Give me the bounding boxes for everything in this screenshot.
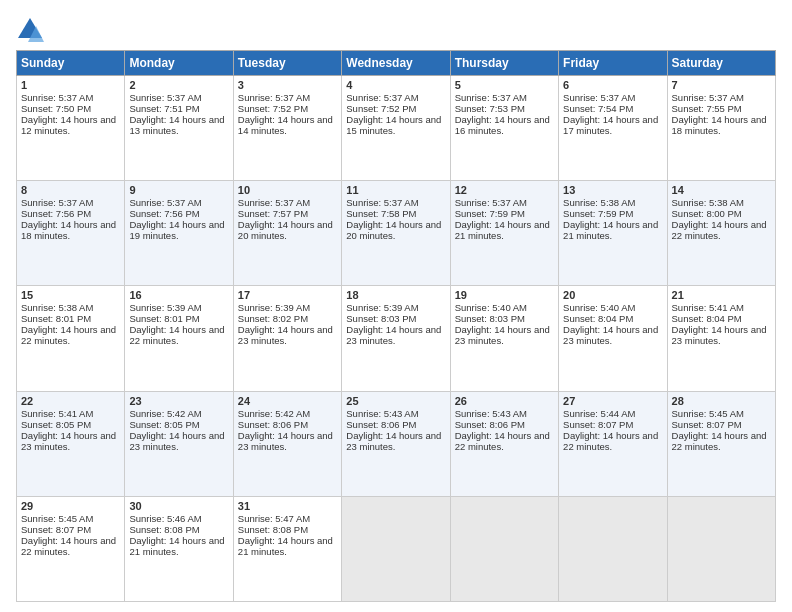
calendar-cell: 26Sunrise: 5:43 AMSunset: 8:06 PMDayligh… (450, 391, 558, 496)
day-number: 31 (238, 500, 337, 512)
day-number: 18 (346, 289, 445, 301)
sunset-label: Sunset: 8:03 PM (346, 313, 416, 324)
calendar-week-row: 1Sunrise: 5:37 AMSunset: 7:50 PMDaylight… (17, 76, 776, 181)
sunrise-label: Sunrise: 5:40 AM (455, 302, 527, 313)
day-number: 21 (672, 289, 771, 301)
logo-icon (16, 16, 44, 44)
sunset-label: Sunset: 7:52 PM (346, 103, 416, 114)
calendar-cell (450, 496, 558, 601)
sunrise-label: Sunrise: 5:37 AM (238, 92, 310, 103)
day-number: 1 (21, 79, 120, 91)
sunset-label: Sunset: 8:06 PM (346, 419, 416, 430)
sunrise-label: Sunrise: 5:37 AM (129, 92, 201, 103)
calendar-cell: 19Sunrise: 5:40 AMSunset: 8:03 PMDayligh… (450, 286, 558, 391)
calendar-cell: 8Sunrise: 5:37 AMSunset: 7:56 PMDaylight… (17, 181, 125, 286)
sunset-label: Sunset: 7:59 PM (455, 208, 525, 219)
calendar-cell: 12Sunrise: 5:37 AMSunset: 7:59 PMDayligh… (450, 181, 558, 286)
sunrise-label: Sunrise: 5:44 AM (563, 408, 635, 419)
sunrise-label: Sunrise: 5:41 AM (672, 302, 744, 313)
day-number: 16 (129, 289, 228, 301)
sunset-label: Sunset: 8:01 PM (129, 313, 199, 324)
daylight-label: Daylight: 14 hours and 20 minutes. (238, 219, 333, 241)
day-number: 4 (346, 79, 445, 91)
sunrise-label: Sunrise: 5:38 AM (21, 302, 93, 313)
daylight-label: Daylight: 14 hours and 21 minutes. (238, 535, 333, 557)
calendar-cell (559, 496, 667, 601)
daylight-label: Daylight: 14 hours and 14 minutes. (238, 114, 333, 136)
calendar-cell: 5Sunrise: 5:37 AMSunset: 7:53 PMDaylight… (450, 76, 558, 181)
calendar-cell: 23Sunrise: 5:42 AMSunset: 8:05 PMDayligh… (125, 391, 233, 496)
day-number: 25 (346, 395, 445, 407)
sunrise-label: Sunrise: 5:41 AM (21, 408, 93, 419)
sunset-label: Sunset: 7:59 PM (563, 208, 633, 219)
sunrise-label: Sunrise: 5:45 AM (21, 513, 93, 524)
sunrise-label: Sunrise: 5:37 AM (238, 197, 310, 208)
weekday-header: Friday (559, 51, 667, 76)
sunrise-label: Sunrise: 5:39 AM (346, 302, 418, 313)
weekday-header: Sunday (17, 51, 125, 76)
weekday-header: Saturday (667, 51, 775, 76)
calendar-cell: 3Sunrise: 5:37 AMSunset: 7:52 PMDaylight… (233, 76, 341, 181)
sunrise-label: Sunrise: 5:37 AM (129, 197, 201, 208)
day-number: 24 (238, 395, 337, 407)
calendar: SundayMondayTuesdayWednesdayThursdayFrid… (16, 50, 776, 602)
daylight-label: Daylight: 14 hours and 12 minutes. (21, 114, 116, 136)
calendar-cell: 10Sunrise: 5:37 AMSunset: 7:57 PMDayligh… (233, 181, 341, 286)
daylight-label: Daylight: 14 hours and 18 minutes. (672, 114, 767, 136)
sunset-label: Sunset: 8:01 PM (21, 313, 91, 324)
calendar-cell: 25Sunrise: 5:43 AMSunset: 8:06 PMDayligh… (342, 391, 450, 496)
daylight-label: Daylight: 14 hours and 23 minutes. (563, 324, 658, 346)
sunrise-label: Sunrise: 5:47 AM (238, 513, 310, 524)
calendar-cell: 9Sunrise: 5:37 AMSunset: 7:56 PMDaylight… (125, 181, 233, 286)
sunrise-label: Sunrise: 5:42 AM (129, 408, 201, 419)
day-number: 11 (346, 184, 445, 196)
sunrise-label: Sunrise: 5:37 AM (21, 92, 93, 103)
sunset-label: Sunset: 8:02 PM (238, 313, 308, 324)
calendar-cell: 2Sunrise: 5:37 AMSunset: 7:51 PMDaylight… (125, 76, 233, 181)
sunrise-label: Sunrise: 5:38 AM (563, 197, 635, 208)
sunset-label: Sunset: 8:08 PM (129, 524, 199, 535)
calendar-header-row: SundayMondayTuesdayWednesdayThursdayFrid… (17, 51, 776, 76)
sunset-label: Sunset: 8:00 PM (672, 208, 742, 219)
sunrise-label: Sunrise: 5:37 AM (563, 92, 635, 103)
daylight-label: Daylight: 14 hours and 21 minutes. (129, 535, 224, 557)
sunrise-label: Sunrise: 5:37 AM (672, 92, 744, 103)
sunrise-label: Sunrise: 5:39 AM (238, 302, 310, 313)
calendar-cell: 28Sunrise: 5:45 AMSunset: 8:07 PMDayligh… (667, 391, 775, 496)
daylight-label: Daylight: 14 hours and 23 minutes. (672, 324, 767, 346)
day-number: 15 (21, 289, 120, 301)
sunset-label: Sunset: 8:08 PM (238, 524, 308, 535)
calendar-cell: 30Sunrise: 5:46 AMSunset: 8:08 PMDayligh… (125, 496, 233, 601)
sunrise-label: Sunrise: 5:43 AM (455, 408, 527, 419)
sunset-label: Sunset: 7:54 PM (563, 103, 633, 114)
sunset-label: Sunset: 7:58 PM (346, 208, 416, 219)
daylight-label: Daylight: 14 hours and 22 minutes. (129, 324, 224, 346)
sunset-label: Sunset: 8:05 PM (21, 419, 91, 430)
day-number: 9 (129, 184, 228, 196)
daylight-label: Daylight: 14 hours and 17 minutes. (563, 114, 658, 136)
calendar-cell: 14Sunrise: 5:38 AMSunset: 8:00 PMDayligh… (667, 181, 775, 286)
daylight-label: Daylight: 14 hours and 22 minutes. (672, 430, 767, 452)
sunset-label: Sunset: 8:05 PM (129, 419, 199, 430)
calendar-cell: 7Sunrise: 5:37 AMSunset: 7:55 PMDaylight… (667, 76, 775, 181)
calendar-cell: 27Sunrise: 5:44 AMSunset: 8:07 PMDayligh… (559, 391, 667, 496)
sunset-label: Sunset: 8:07 PM (21, 524, 91, 535)
sunset-label: Sunset: 7:56 PM (129, 208, 199, 219)
daylight-label: Daylight: 14 hours and 15 minutes. (346, 114, 441, 136)
daylight-label: Daylight: 14 hours and 23 minutes. (238, 324, 333, 346)
sunrise-label: Sunrise: 5:37 AM (346, 197, 418, 208)
calendar-cell: 6Sunrise: 5:37 AMSunset: 7:54 PMDaylight… (559, 76, 667, 181)
calendar-cell: 22Sunrise: 5:41 AMSunset: 8:05 PMDayligh… (17, 391, 125, 496)
header (16, 12, 776, 44)
sunset-label: Sunset: 7:50 PM (21, 103, 91, 114)
day-number: 12 (455, 184, 554, 196)
sunset-label: Sunset: 7:51 PM (129, 103, 199, 114)
weekday-header: Wednesday (342, 51, 450, 76)
calendar-cell: 17Sunrise: 5:39 AMSunset: 8:02 PMDayligh… (233, 286, 341, 391)
day-number: 3 (238, 79, 337, 91)
sunset-label: Sunset: 8:07 PM (672, 419, 742, 430)
sunset-label: Sunset: 8:04 PM (672, 313, 742, 324)
sunset-label: Sunset: 8:06 PM (238, 419, 308, 430)
daylight-label: Daylight: 14 hours and 22 minutes. (21, 324, 116, 346)
sunrise-label: Sunrise: 5:39 AM (129, 302, 201, 313)
